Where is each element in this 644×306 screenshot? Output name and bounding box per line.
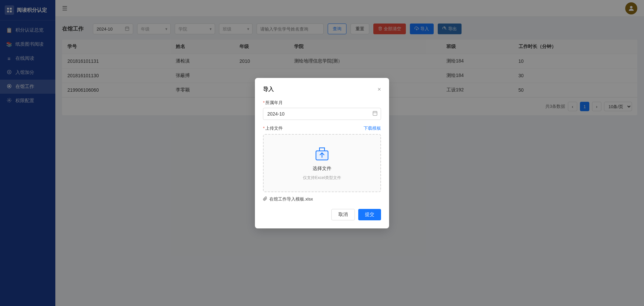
date-label-text: 所属年月 bbox=[265, 100, 283, 106]
modal-close-button[interactable]: × bbox=[377, 86, 381, 92]
upload-label-text: 上传文件 bbox=[265, 125, 283, 131]
modal-date-input[interactable] bbox=[263, 108, 381, 120]
attached-file-name: 在馆工作导入模板.xlsx bbox=[269, 196, 313, 202]
date-form-label: * 所属年月 bbox=[263, 100, 381, 106]
attached-file: 在馆工作导入模板.xlsx bbox=[263, 196, 381, 202]
upload-section: * 上传文件 下载模板 选择文件 仅支持Excel类型文件 bbox=[263, 125, 381, 192]
date-input-wrapper bbox=[263, 108, 381, 120]
svg-rect-17 bbox=[373, 111, 377, 115]
upload-icon bbox=[314, 145, 330, 162]
modal-header: 导入 × bbox=[263, 86, 381, 93]
paperclip-icon bbox=[263, 196, 267, 202]
upload-form-label: * 上传文件 bbox=[263, 125, 283, 131]
upload-hint: 仅支持Excel类型文件 bbox=[303, 175, 341, 181]
modal-footer: 取消 提交 bbox=[263, 209, 381, 220]
upload-area[interactable]: 选择文件 仅支持Excel类型文件 bbox=[263, 134, 381, 192]
modal-calendar-icon bbox=[372, 111, 378, 117]
upload-required-star: * bbox=[263, 126, 265, 131]
modal-overlay: 导入 × * 所属年月 * 上传文件 下载模板 bbox=[0, 0, 644, 306]
cancel-button[interactable]: 取消 bbox=[331, 209, 355, 220]
date-form-item: * 所属年月 bbox=[263, 100, 381, 120]
date-required-star: * bbox=[263, 100, 265, 105]
submit-button[interactable]: 提交 bbox=[358, 209, 381, 220]
upload-header: * 上传文件 下载模板 bbox=[263, 125, 381, 131]
modal-title: 导入 bbox=[263, 86, 274, 93]
upload-text: 选择文件 bbox=[313, 166, 331, 172]
import-modal: 导入 × * 所属年月 * 上传文件 下载模板 bbox=[255, 78, 389, 228]
download-template-link[interactable]: 下载模板 bbox=[364, 125, 381, 131]
